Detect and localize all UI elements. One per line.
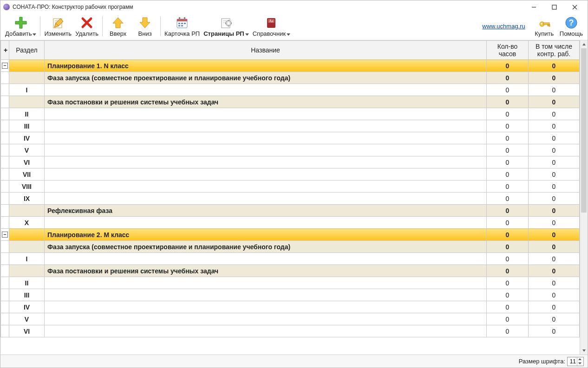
cell-hours[interactable]: 0 — [487, 253, 529, 265]
cell-kontr[interactable]: 0 — [529, 277, 580, 289]
cell-hours[interactable]: 0 — [487, 156, 529, 168]
cell-kontr[interactable]: 0 — [529, 241, 580, 253]
cell-section[interactable] — [9, 205, 45, 217]
cell-hours[interactable]: 0 — [487, 120, 529, 132]
header-kontr[interactable]: В том числе контр. раб. — [529, 41, 580, 60]
cell-hours[interactable]: 0 — [487, 217, 529, 229]
spin-up-icon[interactable] — [577, 357, 582, 362]
buy-button[interactable]: Купить — [531, 14, 558, 38]
cell-kontr[interactable]: 0 — [529, 120, 580, 132]
cell-kontr[interactable]: 0 — [529, 229, 580, 241]
vertical-scrollbar[interactable] — [580, 40, 588, 355]
cell-kontr[interactable]: 0 — [529, 265, 580, 277]
cell-kontr[interactable]: 0 — [529, 168, 580, 181]
cell-kontr[interactable]: 0 — [529, 205, 580, 217]
cell-name[interactable] — [45, 168, 487, 181]
cell-name[interactable] — [45, 84, 487, 96]
up-button[interactable]: Вверх — [105, 14, 131, 38]
cell-hours[interactable]: 0 — [487, 205, 529, 217]
cell-section[interactable]: IX — [9, 193, 45, 205]
header-section[interactable]: Раздел — [9, 41, 45, 60]
table-row[interactable]: III00 — [1, 120, 580, 132]
table-row[interactable]: VII00 — [1, 168, 580, 181]
reference-button[interactable]: Aa Справочник — [251, 14, 293, 38]
down-button[interactable]: Вниз — [131, 14, 158, 38]
cell-hours[interactable]: 0 — [487, 181, 529, 193]
pages-button[interactable]: Страницы РП — [202, 14, 251, 38]
table-row[interactable]: Фаза постановки и решения системы учебны… — [1, 96, 580, 108]
table-row[interactable]: IV00 — [1, 301, 580, 313]
table-row[interactable]: Фаза запуска (совместное проектирование … — [1, 241, 580, 253]
cell-name[interactable]: Фаза постановки и решения системы учебны… — [45, 265, 487, 277]
cell-hours[interactable]: 0 — [487, 96, 529, 108]
scroll-down-icon[interactable] — [580, 347, 588, 355]
cell-section[interactable]: I — [9, 84, 45, 96]
spin-down-icon[interactable] — [577, 362, 582, 366]
planning-grid[interactable]: + Раздел Название Кол-во часов В том чис… — [0, 40, 580, 337]
table-row[interactable]: III00 — [1, 289, 580, 301]
cell-section[interactable]: II — [9, 277, 45, 289]
cell-hours[interactable]: 0 — [487, 325, 529, 337]
table-row[interactable]: V00 — [1, 313, 580, 325]
cell-kontr[interactable]: 0 — [529, 313, 580, 325]
table-row[interactable]: −Планирование 2. M класс00 — [1, 229, 580, 241]
cell-kontr[interactable]: 0 — [529, 84, 580, 96]
uchmag-link[interactable]: www.uchmag.ru — [482, 23, 525, 30]
cell-hours[interactable]: 0 — [487, 60, 529, 72]
table-row[interactable]: II00 — [1, 108, 580, 120]
table-row[interactable]: VI00 — [1, 156, 580, 168]
header-hours[interactable]: Кол-во часов — [487, 41, 529, 60]
cell-name[interactable]: Планирование 2. M класс — [45, 229, 487, 241]
delete-button[interactable]: Удалить — [73, 14, 100, 38]
cell-hours[interactable]: 0 — [487, 168, 529, 181]
table-row[interactable]: IV00 — [1, 132, 580, 144]
cell-section[interactable]: VI — [9, 156, 45, 168]
table-row[interactable]: Фаза постановки и решения системы учебны… — [1, 265, 580, 277]
cell-hours[interactable]: 0 — [487, 277, 529, 289]
table-row[interactable]: VI00 — [1, 325, 580, 337]
table-row[interactable]: VIII00 — [1, 181, 580, 193]
cell-name[interactable]: Планирование 1. N класс — [45, 60, 487, 72]
cell-kontr[interactable]: 0 — [529, 60, 580, 72]
font-size-input[interactable] — [568, 358, 577, 365]
add-button[interactable]: Добавить — [3, 14, 38, 38]
cell-section[interactable] — [9, 72, 45, 84]
cell-name[interactable] — [45, 301, 487, 313]
cell-name[interactable]: Рефлексивная фаза — [45, 205, 487, 217]
cell-name[interactable] — [45, 325, 487, 337]
table-row[interactable]: I00 — [1, 253, 580, 265]
cell-kontr[interactable]: 0 — [529, 108, 580, 120]
cell-section[interactable]: VII — [9, 168, 45, 181]
collapse-icon[interactable]: − — [2, 63, 8, 69]
cell-section[interactable]: II — [9, 108, 45, 120]
cell-name[interactable] — [45, 132, 487, 144]
table-row[interactable]: X00 — [1, 217, 580, 229]
cell-section[interactable]: X — [9, 217, 45, 229]
cell-name[interactable] — [45, 181, 487, 193]
cell-name[interactable] — [45, 313, 487, 325]
cell-kontr[interactable]: 0 — [529, 72, 580, 84]
table-row[interactable]: V00 — [1, 144, 580, 156]
cell-kontr[interactable]: 0 — [529, 193, 580, 205]
close-button[interactable] — [564, 0, 585, 13]
cell-kontr[interactable]: 0 — [529, 144, 580, 156]
table-row[interactable]: I00 — [1, 84, 580, 96]
maximize-button[interactable] — [544, 0, 564, 13]
cell-name[interactable]: Фаза постановки и решения системы учебны… — [45, 96, 487, 108]
cell-name[interactable] — [45, 156, 487, 168]
table-row[interactable]: Рефлексивная фаза00 — [1, 205, 580, 217]
cell-section[interactable] — [9, 241, 45, 253]
cell-name[interactable] — [45, 144, 487, 156]
cell-hours[interactable]: 0 — [487, 132, 529, 144]
cell-hours[interactable]: 0 — [487, 313, 529, 325]
cell-section[interactable] — [9, 265, 45, 277]
cell-kontr[interactable]: 0 — [529, 301, 580, 313]
cell-section[interactable] — [9, 60, 45, 72]
cell-section[interactable]: V — [9, 313, 45, 325]
cell-hours[interactable]: 0 — [487, 193, 529, 205]
cell-hours[interactable]: 0 — [487, 241, 529, 253]
table-row[interactable]: IX00 — [1, 193, 580, 205]
cell-section[interactable]: IV — [9, 132, 45, 144]
minimize-button[interactable] — [523, 0, 544, 13]
cell-name[interactable] — [45, 108, 487, 120]
